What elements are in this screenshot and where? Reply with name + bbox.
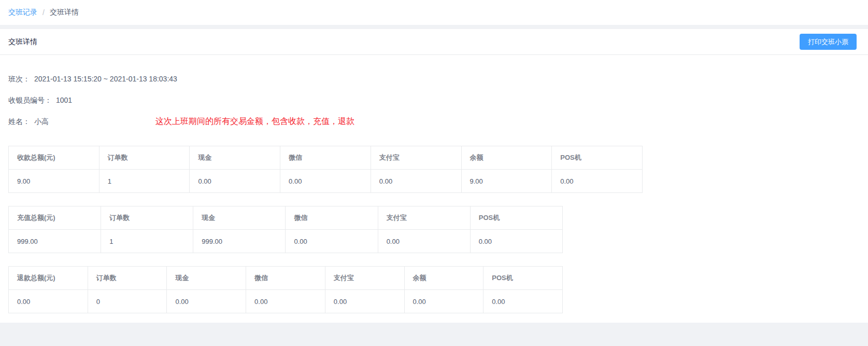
column-header: 现金 (193, 206, 286, 230)
value-cell: 999.00 (9, 230, 101, 253)
column-header: 现金 (167, 267, 246, 290)
shift-info-section: 班次： 2021-01-13 15:15:20 ~ 2021-01-13 18:… (0, 55, 868, 127)
column-header: 支付宝 (325, 267, 404, 290)
value-cell: 0.00 (286, 230, 378, 253)
column-header: POS机 (552, 146, 643, 170)
value-cell: 9.00 (461, 170, 552, 193)
value-cell: 0.00 (9, 290, 88, 313)
table-header-row: 退款总额(元)订单数现金微信支付宝余额POS机 (9, 267, 563, 290)
column-header: 退款总额(元) (9, 267, 88, 290)
value-cell: 0.00 (246, 290, 325, 313)
column-header: 现金 (190, 146, 280, 170)
breadcrumb-current: 交班详情 (50, 8, 79, 17)
column-header: 余额 (404, 267, 483, 290)
value-cell: 999.00 (193, 230, 286, 253)
column-header: 订单数 (88, 267, 167, 290)
shift-detail-card: 交班详情 打印交班小票 班次： 2021-01-13 15:15:20 ~ 20… (0, 29, 868, 323)
value-cell: 0.00 (325, 290, 404, 313)
cashier-name-label: 姓名： (8, 117, 30, 126)
value-cell: 0.00 (404, 290, 483, 313)
shift-time-label: 班次： (8, 75, 30, 83)
cashier-name-row: 姓名： 小高 (8, 116, 860, 127)
value-cell: 0.00 (190, 170, 280, 193)
cashier-number-row: 收银员编号： 1001 (8, 95, 860, 105)
print-receipt-button[interactable]: 打印交班小票 (800, 34, 857, 50)
tables-container: 收款总额(元)订单数现金微信支付宝余额POS机9.0010.000.000.00… (0, 137, 868, 313)
column-header: POS机 (483, 267, 563, 290)
value-cell: 0.00 (483, 290, 563, 313)
red-annotation-text: 这次上班期间的所有交易金额，包含收款，充值，退款 (155, 116, 354, 127)
column-header: 支付宝 (371, 146, 461, 170)
collection-summary-table: 收款总额(元)订单数现金微信支付宝余额POS机9.0010.000.000.00… (8, 146, 643, 193)
value-cell: 0.00 (470, 230, 562, 253)
cashier-number-value: 1001 (56, 96, 72, 104)
value-cell: 0 (88, 290, 167, 313)
value-cell: 0.00 (552, 170, 643, 193)
column-header: 订单数 (99, 146, 190, 170)
card-header: 交班详情 打印交班小票 (0, 29, 868, 55)
recharge-summary-table: 充值总额(元)订单数现金微信支付宝POS机999.001999.000.000.… (8, 206, 563, 253)
column-header: 支付宝 (378, 206, 470, 230)
table-value-row: 0.0000.000.000.000.000.00 (9, 290, 563, 313)
value-cell: 0.00 (167, 290, 246, 313)
breadcrumb-link-shift-records[interactable]: 交班记录 (8, 8, 37, 17)
table-value-row: 9.0010.000.000.009.000.00 (9, 170, 643, 193)
shift-time-value: 2021-01-13 15:15:20 ~ 2021-01-13 18:03:4… (34, 75, 177, 83)
table-header-row: 收款总额(元)订单数现金微信支付宝余额POS机 (9, 146, 643, 170)
value-cell: 9.00 (9, 170, 99, 193)
page-title: 交班详情 (8, 37, 37, 47)
column-header: 订单数 (101, 206, 193, 230)
refund-summary-table: 退款总额(元)订单数现金微信支付宝余额POS机0.0000.000.000.00… (8, 266, 563, 313)
value-cell: 0.00 (280, 170, 371, 193)
table-header-row: 充值总额(元)订单数现金微信支付宝POS机 (9, 206, 563, 230)
value-cell: 1 (99, 170, 190, 193)
value-cell: 1 (101, 230, 193, 253)
column-header: 微信 (286, 206, 378, 230)
shift-time-row: 班次： 2021-01-13 15:15:20 ~ 2021-01-13 18:… (8, 74, 860, 84)
column-header: POS机 (470, 206, 562, 230)
cashier-number-label: 收银员编号： (8, 96, 52, 104)
breadcrumb: 交班记录 / 交班详情 (0, 0, 868, 25)
breadcrumb-separator: / (42, 8, 45, 17)
column-header: 充值总额(元) (9, 206, 101, 230)
column-header: 微信 (246, 267, 325, 290)
cashier-name-value: 小高 (34, 117, 49, 126)
value-cell: 0.00 (378, 230, 470, 253)
column-header: 余额 (461, 146, 552, 170)
column-header: 微信 (280, 146, 371, 170)
column-header: 收款总额(元) (9, 146, 99, 170)
value-cell: 0.00 (371, 170, 461, 193)
table-value-row: 999.001999.000.000.000.00 (9, 230, 563, 253)
